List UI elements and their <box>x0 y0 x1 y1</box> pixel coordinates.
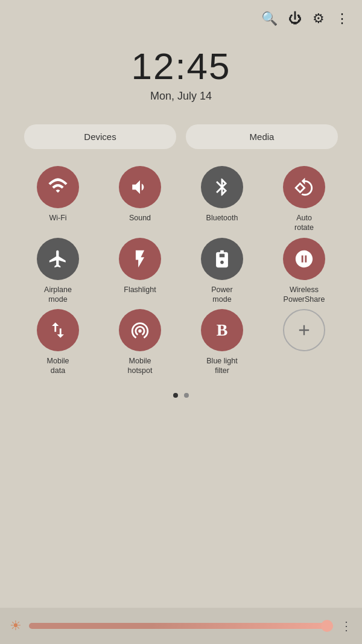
flashlight-label: Flashlight <box>124 285 156 295</box>
powermode-icon <box>201 238 243 280</box>
sound-label: Sound <box>129 213 151 223</box>
hotspot-icon <box>119 309 161 351</box>
quick-tiles: Wi-Fi Sound Bluetooth Autorotate Airplan… <box>0 149 362 376</box>
airplane-label: Airplanemode <box>44 285 72 305</box>
flashlight-icon <box>119 238 161 280</box>
tile-flashlight[interactable]: Flashlight <box>99 238 181 305</box>
bluetooth-label: Bluetooth <box>206 213 238 223</box>
clock-date: Mon, July 14 <box>0 90 362 103</box>
tile-auto-rotate[interactable]: Autorotate <box>263 166 345 233</box>
brightness-bar: ☀ ⋮ <box>0 608 362 644</box>
page-dots <box>0 393 362 398</box>
tile-bluetooth[interactable]: Bluetooth <box>181 166 263 233</box>
clock-time: 12:45 <box>0 45 362 88</box>
bluetooth-icon <box>201 166 243 208</box>
powermode-label: Powermode <box>211 285 232 305</box>
more-icon[interactable]: ⋮ <box>335 11 349 27</box>
autorotate-label: Autorotate <box>294 213 314 233</box>
tile-wireless-ps[interactable]: WirelessPowerShare <box>263 238 345 305</box>
tile-airplane-mode[interactable]: Airplanemode <box>17 238 99 305</box>
bluelight-label: Blue lightfilter <box>206 356 237 376</box>
brightness-sun-icon: ☀ <box>10 618 22 634</box>
clock-section: 12:45 Mon, July 14 <box>0 45 362 103</box>
dot-2 <box>184 393 189 398</box>
sound-icon <box>119 166 161 208</box>
wifi-label: Wi-Fi <box>49 213 66 223</box>
power-icon[interactable]: ⏻ <box>288 11 302 27</box>
tile-wifi[interactable]: Wi-Fi <box>17 166 99 233</box>
tabs-row: Devices Media <box>0 124 362 149</box>
mobiledata-icon <box>37 309 79 351</box>
tile-power-mode[interactable]: Powermode <box>181 238 263 305</box>
wifi-icon <box>37 166 79 208</box>
tab-devices[interactable]: Devices <box>24 124 176 149</box>
tile-mobile-hotspot[interactable]: Mobilehotspot <box>99 309 181 376</box>
wirelessps-label: WirelessPowerShare <box>284 285 325 305</box>
tab-media[interactable]: Media <box>186 124 338 149</box>
search-icon[interactable]: 🔍 <box>261 11 278 27</box>
airplane-icon <box>37 238 79 280</box>
tile-blue-light[interactable]: B Blue lightfilter <box>181 309 263 376</box>
settings-icon[interactable]: ⚙ <box>313 11 325 27</box>
bluelight-icon: B <box>201 309 243 351</box>
top-bar: 🔍 ⏻ ⚙ ⋮ <box>0 0 362 27</box>
tile-mobile-data[interactable]: Mobiledata <box>17 309 99 376</box>
brightness-more-icon[interactable]: ⋮ <box>340 619 352 633</box>
tile-add[interactable] <box>263 309 345 376</box>
brightness-knob[interactable] <box>321 620 333 632</box>
autorotate-icon <box>283 166 325 208</box>
add-icon <box>283 309 325 351</box>
brightness-track[interactable] <box>29 623 333 629</box>
tile-sound[interactable]: Sound <box>99 166 181 233</box>
mobiledata-label: Mobiledata <box>47 356 69 376</box>
wirelessps-icon <box>283 238 325 280</box>
hotspot-label: Mobilehotspot <box>127 356 152 376</box>
dot-1 <box>173 393 178 398</box>
